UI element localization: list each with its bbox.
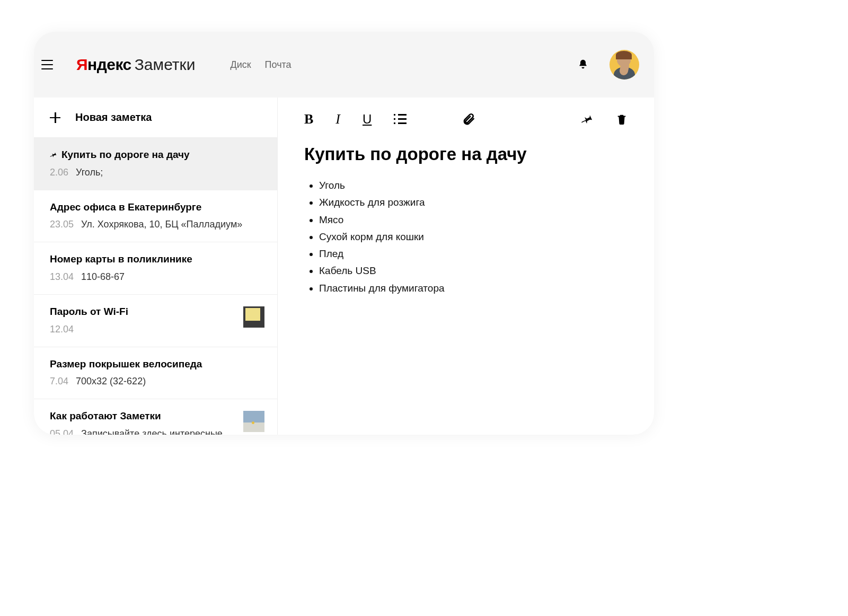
note-list-item[interactable]: Плед xyxy=(319,245,628,262)
sidebar: Новая заметка Купить по дороге на дачу2.… xyxy=(34,98,278,435)
note-item-date: 2.06 xyxy=(50,167,68,178)
attach-button[interactable] xyxy=(462,112,475,126)
note-item-snippet: Записывайте здесь интересные xyxy=(81,428,223,435)
note-thumbnail xyxy=(243,411,264,432)
note-item[interactable]: Адрес офиса в Екатеринбурге23.05Ул. Хохр… xyxy=(34,190,277,243)
toolbar: B I U xyxy=(304,98,628,141)
header: Яндекс Заметки Диск Почта xyxy=(34,32,654,98)
note-list-item[interactable]: Сухой корм для кошки xyxy=(319,228,628,245)
note-item[interactable]: Как работают Заметки05.04Записывайте зде… xyxy=(34,399,277,435)
note-item-snippet: Уголь; xyxy=(76,167,103,178)
content: Новая заметка Купить по дороге на дачу2.… xyxy=(34,98,654,435)
notifications-icon[interactable] xyxy=(578,59,588,71)
logo-first-letter: Я xyxy=(76,56,87,73)
bold-button[interactable]: B xyxy=(304,111,313,127)
note-list-item[interactable]: Жидкость для розжига xyxy=(319,194,628,211)
note-item-date: 7.04 xyxy=(50,376,68,387)
nav-link-disk[interactable]: Диск xyxy=(230,59,251,71)
note-item-snippet: 700х32 (32-622) xyxy=(76,376,146,387)
note-list-item[interactable]: Уголь xyxy=(319,177,628,194)
note-item[interactable]: Номер карты в поликлинике13.04110-68-67 xyxy=(34,242,277,295)
note-item-date: 23.05 xyxy=(50,219,74,230)
underline-button[interactable]: U xyxy=(363,112,372,127)
pin-button[interactable] xyxy=(581,113,594,126)
new-note-label: Новая заметка xyxy=(75,111,152,124)
note-body[interactable]: УгольЖидкость для розжигаМясоСухой корм … xyxy=(304,177,628,297)
note-item[interactable]: Размер покрышек велосипеда7.04700х32 (32… xyxy=(34,347,277,400)
note-item-title: Адрес офиса в Екатеринбурге xyxy=(50,201,201,214)
note-item-title: Номер карты в поликлинике xyxy=(50,253,192,266)
logo[interactable]: Яндекс Заметки xyxy=(76,56,195,74)
editor: B I U Купить по дороге на дачу xyxy=(278,98,654,435)
app-window: Яндекс Заметки Диск Почта Новая заметка … xyxy=(34,32,654,435)
note-item[interactable]: Купить по дороге на дачу2.06Уголь; xyxy=(34,138,277,190)
header-links: Диск Почта xyxy=(230,59,291,71)
list-button[interactable] xyxy=(394,114,407,125)
note-list-item[interactable]: Пластины для фумигатора xyxy=(319,280,628,297)
note-item-date: 12.04 xyxy=(50,324,74,335)
nav-link-mail[interactable]: Почта xyxy=(265,59,292,71)
note-list-item[interactable]: Мясо xyxy=(319,212,628,228)
pin-icon xyxy=(50,151,57,159)
note-item-title: Пароль от Wi-Fi xyxy=(50,305,128,319)
note-item-date: 05.04 xyxy=(50,428,74,435)
note-item-title: Как работают Заметки xyxy=(50,410,161,423)
note-item-snippet: Ул. Хохрякова, 10, БЦ «Палладиум» xyxy=(81,219,242,230)
note-item-title: Купить по дороге на дачу xyxy=(61,148,190,162)
logo-subtitle: Заметки xyxy=(135,56,196,74)
plus-icon xyxy=(50,112,60,123)
menu-icon[interactable] xyxy=(41,60,53,69)
new-note-button[interactable]: Новая заметка xyxy=(34,98,277,138)
note-item-title: Размер покрышек велосипеда xyxy=(50,358,202,371)
italic-button[interactable]: I xyxy=(335,111,340,127)
delete-button[interactable] xyxy=(616,112,628,126)
logo-main: ндекс xyxy=(87,56,131,73)
note-title[interactable]: Купить по дороге на дачу xyxy=(304,144,628,164)
note-item-snippet: 110-68-67 xyxy=(81,271,125,283)
avatar[interactable] xyxy=(610,50,639,80)
note-list-item[interactable]: Кабель USB xyxy=(319,262,628,279)
note-item[interactable]: Пароль от Wi-Fi12.04 xyxy=(34,295,277,347)
note-thumbnail xyxy=(243,306,264,328)
notes-list[interactable]: Купить по дороге на дачу2.06Уголь;Адрес … xyxy=(34,138,277,435)
note-item-date: 13.04 xyxy=(50,271,74,283)
